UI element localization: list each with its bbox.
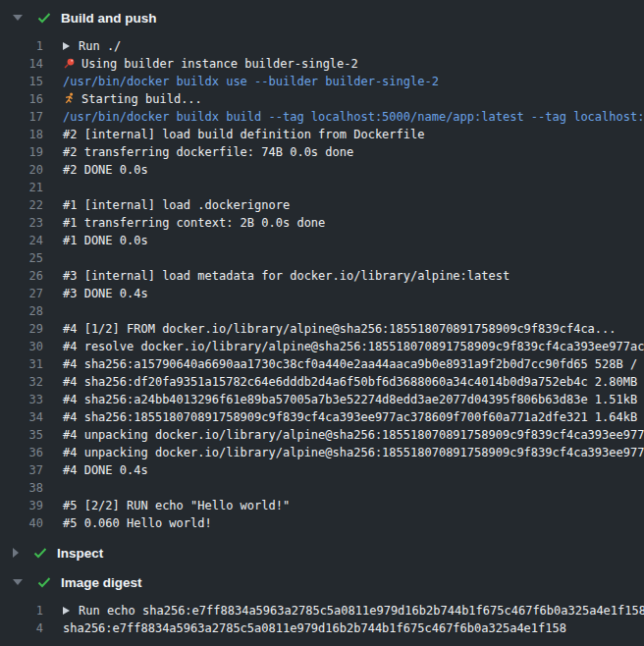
log-line: 20#2 DONE 0.0s — [0, 161, 644, 179]
log-line: 17/usr/bin/docker buildx build --tag loc… — [0, 108, 644, 126]
check-icon — [36, 574, 52, 590]
runner-icon — [63, 92, 76, 105]
section-title: Image digest — [61, 575, 142, 590]
log-text: #4 unpacking docker.io/library/alpine@sh… — [63, 444, 644, 461]
check-icon — [32, 545, 48, 561]
log-line: 37#4 DONE 0.4s — [0, 461, 644, 479]
section-header-inspect[interactable]: Inspect — [0, 538, 644, 567]
log-line: 32#4 sha256:df20fa9351a15782c64e6dddb2d4… — [0, 373, 644, 391]
section-title: Build and push — [61, 11, 157, 26]
log-text: /usr/bin/docker buildx build --tag local… — [63, 108, 644, 126]
section-title: Inspect — [57, 546, 103, 561]
line-number[interactable]: 33 — [0, 391, 43, 408]
log-text: #4 [1/2] FROM docker.io/library/alpine@s… — [63, 320, 617, 338]
log-text: #4 sha256:df20fa9351a15782c64e6dddb2d4a6… — [63, 373, 644, 391]
log-text: #1 DONE 0.0s — [63, 232, 148, 249]
log-text: #3 DONE 0.4s — [63, 285, 148, 302]
log-text: Starting build... — [63, 90, 202, 108]
line-number[interactable]: 21 — [0, 179, 43, 196]
line-number[interactable]: 34 — [0, 408, 43, 426]
log-text: #1 transferring context: 2B 0.0s done — [63, 214, 325, 232]
log-text: Run ./ — [63, 37, 121, 55]
line-number[interactable]: 23 — [0, 214, 43, 232]
log-text: #4 DONE 0.4s — [63, 461, 148, 479]
log-line: 24#1 DONE 0.0s — [0, 232, 644, 249]
log-line: 35#4 unpacking docker.io/library/alpine@… — [0, 426, 644, 444]
line-number[interactable]: 28 — [0, 302, 43, 320]
line-number[interactable]: 18 — [0, 126, 43, 143]
log-line: 28 — [0, 302, 644, 320]
log-text: #4 sha256:185518070891758909c9f839cf4ca3… — [63, 408, 644, 426]
section-body: 1Run echo sha256:e7ff8834a5963a2785c5a08… — [0, 597, 644, 643]
line-number[interactable]: 35 — [0, 426, 43, 444]
log-text: #2 transferring dockerfile: 74B 0.0s don… — [63, 143, 353, 161]
log-text: #1 [internal] load .dockerignore — [63, 196, 290, 214]
check-icon — [36, 10, 52, 26]
line-number[interactable]: 14 — [0, 55, 43, 73]
log-section-inspect: Inspect — [0, 538, 644, 567]
chevron-right-icon — [13, 548, 19, 558]
log-line: 23#1 transferring context: 2B 0.0s done — [0, 214, 644, 232]
expand-toggle-icon[interactable] — [63, 607, 70, 615]
line-number[interactable]: 36 — [0, 444, 43, 461]
log-text: #3 [internal] load metadata for docker.i… — [63, 267, 510, 285]
log-line: 30#4 resolve docker.io/library/alpine@sh… — [0, 338, 644, 355]
line-number[interactable]: 26 — [0, 267, 43, 285]
log-text: sha256:e7ff8834a5963a2785c5a0811e979d16b… — [63, 619, 566, 637]
line-number[interactable]: 19 — [0, 143, 43, 161]
log-text: #5 [2/2] RUN echo "Hello world!" — [63, 497, 290, 514]
line-number[interactable]: 40 — [0, 514, 43, 532]
log-section-image-digest: Image digest 1Run echo sha256:e7ff8834a5… — [0, 567, 644, 643]
log-text: #4 resolve docker.io/library/alpine@sha2… — [63, 338, 644, 355]
log-line: 15/usr/bin/docker buildx use --builder b… — [0, 73, 644, 90]
line-number[interactable]: 29 — [0, 320, 43, 338]
line-number[interactable]: 20 — [0, 161, 43, 179]
log-line: 19#2 transferring dockerfile: 74B 0.0s d… — [0, 143, 644, 161]
log-line: 26#3 [internal] load metadata for docker… — [0, 267, 644, 285]
chevron-down-icon — [13, 15, 23, 21]
log-text: #2 DONE 0.0s — [63, 161, 148, 179]
log-line: 1Run echo sha256:e7ff8834a5963a2785c5a08… — [0, 602, 644, 619]
line-number[interactable]: 1 — [0, 37, 43, 55]
chevron-down-icon — [13, 579, 23, 585]
log-line: 25 — [0, 249, 644, 267]
line-number[interactable]: 16 — [0, 90, 43, 108]
line-number[interactable]: 24 — [0, 232, 43, 249]
line-number[interactable]: 17 — [0, 108, 43, 126]
line-number[interactable]: 27 — [0, 285, 43, 302]
line-number[interactable]: 32 — [0, 373, 43, 391]
log-line: 31#4 sha256:a15790640a6690aa1730c38cf0a4… — [0, 355, 644, 373]
section-header-build-and-push[interactable]: Build and push — [0, 3, 644, 32]
line-number[interactable]: 4 — [0, 619, 43, 637]
log-line: 39#5 [2/2] RUN echo "Hello world!" — [0, 497, 644, 514]
expand-toggle-icon[interactable] — [63, 42, 70, 50]
log-line: 14Using builder instance builder-single-… — [0, 55, 644, 73]
log-line: 22#1 [internal] load .dockerignore — [0, 196, 644, 214]
log-line: 34#4 sha256:185518070891758909c9f839cf4c… — [0, 408, 644, 426]
log-text: #5 0.060 Hello world! — [63, 514, 212, 532]
line-number[interactable]: 30 — [0, 338, 43, 355]
log-line: 33#4 sha256:a24bb4013296f61e89ba57005a7b… — [0, 391, 644, 408]
log-line: 38 — [0, 479, 644, 497]
log-text: #4 sha256:a24bb4013296f61e89ba57005a7b3e… — [63, 391, 644, 408]
log-line: 1Run ./ — [0, 37, 644, 55]
workflow-log: Build and push 1Run ./14Using builder in… — [0, 0, 644, 643]
line-number[interactable]: 31 — [0, 355, 43, 373]
line-number[interactable]: 22 — [0, 196, 43, 214]
line-number[interactable]: 1 — [0, 602, 43, 619]
section-body: 1Run ./14Using builder instance builder-… — [0, 32, 644, 538]
line-number[interactable]: 25 — [0, 249, 43, 267]
section-header-image-digest[interactable]: Image digest — [0, 567, 644, 597]
line-number[interactable]: 37 — [0, 461, 43, 479]
log-text: /usr/bin/docker buildx use --builder bui… — [63, 73, 439, 90]
log-section-build-and-push: Build and push 1Run ./14Using builder in… — [0, 3, 644, 538]
log-line: 21 — [0, 179, 644, 196]
log-text: #4 unpacking docker.io/library/alpine@sh… — [63, 426, 644, 444]
line-number[interactable]: 38 — [0, 479, 43, 497]
log-text: Using builder instance builder-single-2 — [63, 55, 358, 73]
log-text: #2 [internal] load build definition from… — [63, 126, 424, 143]
log-line: 40#5 0.060 Hello world! — [0, 514, 644, 532]
log-line: 4sha256:e7ff8834a5963a2785c5a0811e979d16… — [0, 619, 644, 637]
line-number[interactable]: 15 — [0, 73, 43, 90]
line-number[interactable]: 39 — [0, 497, 43, 514]
